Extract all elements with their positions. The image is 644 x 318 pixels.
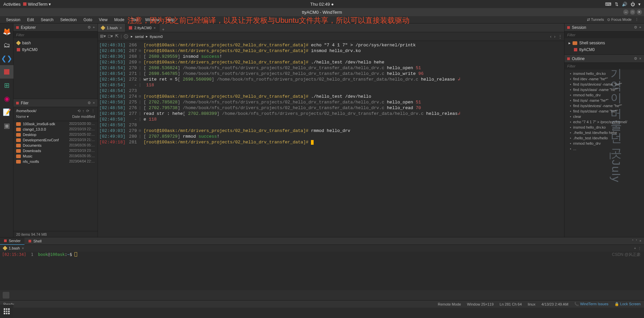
outline-item[interactable]: echo "7 4 1 7" > /proc/sys/kernel/ — [565, 119, 644, 125]
network-icon[interactable]: ⇅ — [615, 2, 619, 7]
bp-sub-add-icon[interactable]: + — [634, 246, 636, 250]
filer-row[interactable]: 100ask_imx6ull-sdk2022/10/20 00:… — [13, 121, 98, 127]
filer-row[interactable]: nfs_rootfs2023/04/04 22:… — [13, 159, 98, 164]
outline-item[interactable]: insmod hello_drv.ko — [565, 125, 644, 130]
menu-goto[interactable]: Goto — [81, 17, 95, 23]
tb-prev-icon[interactable]: ‹ — [550, 34, 551, 39]
outline-item[interactable]: find /sys/ -name "he*" — [565, 98, 644, 103]
explorer-item[interactable]: bash — [13, 40, 98, 46]
status-lock-link[interactable]: 🔒 Lock Screen — [614, 302, 641, 306]
bp-close-icon[interactable]: × — [639, 239, 641, 243]
outline-filter[interactable]: Filter — [565, 63, 644, 70]
bottom-tab-sender[interactable]: Sender — [0, 237, 24, 245]
menu-edit[interactable]: Edit — [24, 17, 37, 23]
tab-close-icon[interactable]: × — [154, 26, 156, 30]
dropdown-icon[interactable]: ▾ — [638, 2, 641, 7]
session-add-icon[interactable]: + — [639, 25, 641, 30]
outline-item[interactable]: ./hello_test /dev/hello hehe — [565, 130, 644, 135]
bp-collapse-icon[interactable]: ˄ — [632, 239, 634, 243]
outline-item[interactable]: rmmod hello_drv — [565, 92, 644, 98]
focus-mode-button[interactable]: ⊙ Focus Mode — [607, 17, 632, 22]
filer-row[interactable]: Music2019/03/26 05:… — [13, 153, 98, 159]
menu-session[interactable]: Session — [3, 17, 23, 23]
session-settings-icon[interactable]: ⚙ — [634, 25, 637, 30]
session-filter[interactable]: Filter — [565, 32, 644, 38]
outline-item[interactable]: find /dev -name "he*" — [565, 76, 644, 82]
apps-grid-button[interactable] — [0, 305, 13, 318]
tb-info-icon[interactable]: ⓘ — [124, 34, 128, 40]
outline-item[interactable]: find /sys/class/ -name "he*" — [565, 108, 644, 114]
outline-item[interactable]: insmod hello_drv.ko — [565, 71, 644, 76]
filer-row[interactable]: DevelopmentEnvConf2022/10/19 21:… — [13, 137, 98, 143]
minimize-button[interactable]: ─ — [623, 9, 629, 15]
filer-up-icon[interactable]: ↑ — [83, 109, 85, 113]
tab-add-icon[interactable]: + — [159, 27, 167, 32]
filer-col-name[interactable]: Name ▾ — [16, 115, 72, 121]
filer-row[interactable]: clangd_13.0.02022/10/19 22:… — [13, 127, 98, 132]
tab-bash[interactable]: 1.bash× — [98, 24, 125, 32]
filer-row[interactable]: Downloads2022/10/19 23:… — [13, 148, 98, 153]
bp-sub-more-icon[interactable]: ⋮ — [638, 246, 641, 250]
session-item[interactable]: ttyACM0 — [565, 46, 644, 53]
keyboard-icon[interactable]: ⌨ — [605, 2, 611, 7]
dock-app7[interactable]: 📝 — [0, 105, 13, 119]
menu-window[interactable]: Window — [143, 17, 162, 23]
status-issues-link[interactable]: 📞 WindTerm Issues — [574, 302, 608, 306]
explorer-filter[interactable]: Filter — [13, 32, 98, 38]
tb-next-icon[interactable]: › — [554, 34, 555, 39]
outline-item[interactable]: find /sys/class/ -name "he*" — [565, 87, 644, 92]
dock-files[interactable]: 🗂 — [0, 38, 13, 52]
clock[interactable]: Thu 02:49 ● — [310, 2, 334, 7]
dock-terminal[interactable]: ▣ — [0, 119, 13, 132]
explorer-add-icon[interactable]: + — [93, 25, 95, 30]
activities-button[interactable]: Activities — [3, 2, 20, 7]
menu-mode[interactable]: Mode — [112, 17, 127, 23]
filer-col-date[interactable]: Date modified — [72, 115, 95, 121]
menu-tool[interactable]: Tool — [128, 17, 141, 23]
explorer-item[interactable]: ttyACM0 — [13, 46, 98, 53]
status-remote[interactable]: Remote Mode — [438, 302, 461, 306]
sound-icon[interactable]: 🔊 — [622, 2, 627, 7]
menu-view[interactable]: View — [96, 17, 110, 23]
bottom-tab-shell[interactable]: Shell — [24, 237, 45, 245]
filer-more-icon[interactable]: ⋮ — [91, 109, 95, 113]
filer-path[interactable]: /home/book/ — [16, 109, 37, 113]
dock-windterm[interactable] — [0, 65, 13, 79]
dock-code[interactable]: ❮❯ — [0, 52, 13, 65]
menu-help[interactable]: Help — [163, 17, 177, 23]
dock-firefox[interactable]: 🦊 — [0, 25, 13, 38]
menu-selection[interactable]: Selection — [57, 17, 79, 23]
explorer-settings-icon[interactable]: ⚙ — [88, 25, 91, 30]
tb-more-icon[interactable]: ⋮ — [558, 34, 562, 39]
outline-item[interactable]: find /sys/devices/ -name "he*" — [565, 103, 644, 108]
bottom-subtab[interactable]: 1.bash× — [0, 246, 27, 250]
filer-row[interactable]: Documents2019/03/26 05:… — [13, 143, 98, 148]
filer-row[interactable]: Desktop2022/10/25 02:… — [13, 132, 98, 137]
sender-body[interactable]: [02:15:34]1book@100ask:~$ — [0, 252, 644, 290]
tb-split-icon[interactable]: □▾ — [108, 34, 113, 40]
dock-app5[interactable]: ⊞ — [0, 79, 13, 92]
tab-ttyacm0[interactable]: 2.ttyACM0× — [125, 24, 159, 32]
outline-close-icon[interactable]: × — [639, 56, 641, 61]
tb-external-icon[interactable]: ⇱ — [115, 34, 119, 40]
terminal-output[interactable]: [02:48:31]266[root@100ask:/mnt/drivers_p… — [98, 41, 564, 237]
tab-close-icon[interactable]: × — [120, 26, 122, 30]
filer-close-icon[interactable]: × — [93, 101, 95, 105]
maximize-button[interactable]: □ — [630, 9, 635, 15]
filer-sync-icon[interactable]: ⟲ — [77, 109, 80, 113]
outline-item[interactable]: ... — [565, 146, 644, 151]
filer-settings-icon[interactable]: ⚙ — [88, 101, 91, 105]
tb-nav-icon[interactable]: ⊞▾ — [100, 34, 106, 40]
tunnels-button[interactable]: ⇄ Tunnels — [587, 17, 604, 22]
app-indicator[interactable]: WindTerm ▾ — [23, 2, 51, 7]
outline-item[interactable]: clear — [565, 114, 644, 119]
menu-search[interactable]: Search — [38, 17, 56, 23]
outline-settings-icon[interactable]: ⚙ — [634, 56, 637, 61]
status-app-icon[interactable] — [3, 292, 9, 299]
dock-app6[interactable]: ◉ — [0, 92, 13, 105]
close-button[interactable]: ✕ — [637, 9, 642, 15]
bp-expand-icon[interactable]: ˅ — [636, 239, 637, 243]
menu-more-icon[interactable]: ⋮ — [635, 17, 639, 22]
filer-refresh-icon[interactable]: ⟳ — [86, 109, 89, 113]
outline-item[interactable]: rmmod hello_drv — [565, 141, 644, 146]
